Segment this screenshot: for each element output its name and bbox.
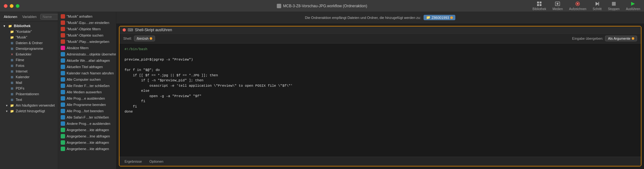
action-musik-filtern[interactable]: "Musik"-Objekte filtern [58, 26, 116, 32]
tree-item-dateien[interactable]: ⊞ Dateien & Ordner [0, 40, 58, 46]
action-angegebene-3[interactable]: Angegebene…kte abfragen [58, 139, 116, 146]
svg-point-7 [577, 3, 579, 5]
tree-item-fotos[interactable]: ⊞ Fotos [0, 63, 58, 68]
svg-marker-8 [596, 2, 599, 6]
shell-field: Shell: /bin/zsh [123, 36, 155, 41]
action-angegebene-4[interactable]: Angegebene…kte abfragen [58, 146, 116, 152]
tree-item-text[interactable]: ⊞ Text [0, 97, 58, 102]
svg-rect-10 [612, 2, 616, 6]
action-icon [61, 128, 65, 132]
folder-icon: 📁 [10, 29, 14, 34]
action-absatze[interactable]: Absätze filtern [58, 45, 116, 51]
chevron-down-icon: ▾ [2, 24, 6, 28]
action-aktuellen-titel[interactable]: Aktuellen Titel abfragen [58, 64, 116, 70]
tree-item-haufigsten[interactable]: ▾ 📁 Am häufigsten verwendet [0, 102, 58, 108]
action-icon [61, 96, 65, 101]
action-kalender-namen[interactable]: Kalender nach Namen abrufen [58, 70, 116, 76]
action-musik-suchen[interactable]: "Musik"-Objekte suchen [58, 32, 116, 38]
app-icon: ⊞ [10, 58, 14, 62]
tab-optionen[interactable]: Optionen [148, 159, 165, 164]
action-prog-beenden[interactable]: Alle Programme beenden [58, 102, 116, 108]
ausfuhren-button[interactable]: Ausführen [626, 1, 640, 11]
info-bar: Die Ordneraktion empfängt Dateien und Or… [116, 12, 644, 23]
tree-item-zuletzt[interactable]: ▾ 📁 Zuletzt hinzugefügt [0, 108, 58, 114]
tree-item-mail[interactable]: ⊞ Mail [0, 80, 58, 85]
folder-badge[interactable]: 📁 Z86001993 [424, 15, 456, 20]
action-angegebene-2[interactable]: Angegebene…lme abfragen [58, 133, 116, 139]
code-line-9: else [125, 88, 636, 94]
action-icon [61, 58, 65, 63]
action-prog-fort-beenden[interactable]: Alle Prog…fort beenden [58, 108, 116, 114]
aufzeichnen-button[interactable]: Aufzeichnen [569, 1, 586, 11]
input-value: Als Argumente [608, 37, 630, 40]
svg-rect-2 [537, 4, 539, 6]
code-line-2 [125, 52, 636, 57]
app-icon: ⊞ [10, 80, 14, 85]
code-line-13: done [125, 109, 636, 114]
tree-item-pdfs[interactable]: ⊞ PDFs [0, 85, 58, 91]
medien-button[interactable]: Medien [552, 1, 563, 11]
window-title: MCB-3-Z8-Vorschau-JPG.workflow (Ordnerak… [283, 4, 367, 8]
stoppen-button[interactable]: Stoppen [608, 1, 619, 11]
tree-item-kontakte[interactable]: 📁 "Kontakte" [0, 29, 58, 34]
tree-item-musik[interactable]: 📁 "Musik" [0, 34, 58, 40]
action-finder-schliessen[interactable]: Alle Finder F…ter schließen [58, 83, 116, 89]
action-icon [61, 121, 65, 126]
toolbar: Bibliothek Medien Aufzeichnen Schritt St… [533, 1, 640, 11]
shell-value-box[interactable]: /bin/zsh [134, 36, 155, 41]
panel-close-button[interactable] [123, 28, 126, 32]
action-prog-ausblenden[interactable]: Alle Prog…e ausblenden [58, 95, 116, 102]
action-andere-prog-ausblenden[interactable]: Andere Prog…e ausblenden [58, 120, 116, 127]
search-input[interactable] [40, 14, 58, 20]
action-medien-auswerfen[interactable]: Alle Medien auswerfen [58, 89, 116, 95]
tree-item-bibliothek[interactable]: ▾ 📁 Bibliothek [0, 23, 58, 29]
action-computer-suchen[interactable]: Alle Computer suchen [58, 76, 116, 83]
action-icon [61, 77, 65, 82]
code-line-6: if [[ $f == *.jpg || $f == *.JPG ]]; the… [125, 73, 636, 78]
app-icon: ⊞ [10, 92, 14, 96]
tree-item-dienstprogramme[interactable]: ⊞ Dienstprogramme [0, 46, 58, 51]
tree-item-kalender[interactable]: ⊞ Kalender [0, 74, 58, 80]
tree-item-internet[interactable]: ⊞ Internet [0, 68, 58, 74]
action-safari-schliessen[interactable]: Alle Safari-F…ter schließen [58, 114, 116, 120]
panel-titlebar: ⌨ Shell-Skript ausführen [119, 26, 641, 34]
tab-aktionen[interactable]: Aktionen [3, 14, 19, 19]
action-musik-equzer[interactable]: "Musik"-Equ…zer einstellen [58, 20, 116, 26]
app-icon: ⊞ [10, 97, 14, 102]
fullscreen-button[interactable] [16, 4, 19, 8]
tree-item-entwickler[interactable]: ✕ Entwickler [0, 51, 58, 57]
action-musik-anhalten[interactable]: "Musik" anhalten [58, 13, 116, 20]
folder-icon: 📁 [10, 103, 14, 108]
panel-footer: Ergebnisse Optionen [119, 157, 641, 166]
action-icon [61, 14, 65, 19]
action-icon [61, 46, 65, 50]
action-aktuelle-we[interactable]: Aktuelle We…afari abfragen [58, 57, 116, 64]
orange-dot [450, 16, 453, 19]
action-angegebene-1[interactable]: Angegebene…kte abfragen [58, 127, 116, 133]
minimize-button[interactable] [10, 4, 14, 8]
app-icon: ⊞ [10, 75, 14, 79]
app-icon: ⊞ [10, 41, 14, 45]
tree-item-prasentationen[interactable]: ⊞ Präsentationen [0, 91, 58, 97]
code-line-4 [125, 62, 636, 68]
input-select[interactable]: Als Argumente [605, 36, 637, 41]
sidebar-tabs: Aktionen Variablen [0, 12, 58, 22]
tab-ergebnisse[interactable]: Ergebnisse [123, 159, 143, 164]
window-title-area: MCB-3-Z8-Vorschau-JPG.workflow (Ordnerak… [277, 4, 367, 8]
code-line-10: open -g -a "Preview" "$f" [125, 94, 636, 99]
action-musik-play[interactable]: "Musik"-Play…wiedergeben [58, 38, 116, 45]
code-editor[interactable]: #!/bin/bash preview_pid=$(pgrep -x "Prev… [119, 44, 641, 157]
close-button[interactable] [4, 4, 8, 8]
input-label: Eingabe übergeben: [572, 37, 603, 40]
action-icon [61, 140, 65, 145]
schritt-button[interactable]: Schritt [593, 1, 602, 11]
bibliothek-button[interactable]: Bibliothek [533, 1, 546, 11]
tab-variablen[interactable]: Variablen [21, 14, 38, 19]
app-icon: ⊞ [10, 69, 14, 73]
action-administrato[interactable]: Administrato…objekte übernehmen [58, 51, 116, 57]
panel-title: Shell-Skript ausführen [135, 28, 172, 32]
code-line-3: preview_pid=$(pgrep -x "Preview") [125, 57, 636, 62]
tree-item-filme[interactable]: ⊞ Filme [0, 57, 58, 63]
input-field-right: Eingabe übergeben: Als Argumente [572, 36, 637, 41]
app-icon: ⊞ [10, 86, 14, 90]
